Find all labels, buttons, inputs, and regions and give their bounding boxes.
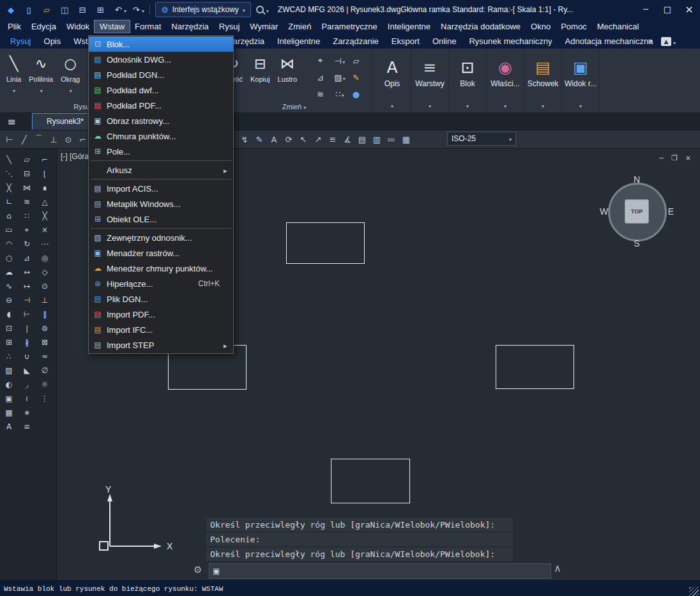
ribbon-button[interactable]: ⊟ Kopiuj (247, 50, 274, 84)
ribbon-panel[interactable]: A Opis (374, 49, 411, 112)
modify-tool-button[interactable]: ⌖ (19, 223, 34, 236)
draw-tool-button[interactable]: ∴ (1, 349, 17, 363)
menu-item[interactable]: ☁ Menedżer chmury punktów... (89, 261, 233, 276)
menu-item[interactable]: ▤ Podkład dwf... (89, 82, 233, 98)
draw-tool-button[interactable]: ▣ (1, 392, 17, 405)
close-button[interactable]: × (685, 154, 691, 162)
close-button[interactable]: × (678, 0, 700, 19)
menu-item[interactable]: ▤ Import STEP (89, 337, 233, 353)
small-tool-button[interactable]: ⊣ (331, 52, 349, 69)
draw-tool-button[interactable]: ☁ (1, 265, 17, 279)
compass-top-face[interactable]: TOP (625, 199, 649, 224)
rectangle-entity[interactable] (286, 222, 365, 264)
quick-access-button[interactable]: ↷ (129, 3, 146, 17)
draw-tool-button[interactable]: ▦ (1, 406, 17, 419)
draw-tool-button[interactable]: A (1, 420, 17, 433)
modify-tool-button[interactable]: ∦ (19, 335, 34, 349)
view-compass[interactable]: N S W E TOP (601, 176, 673, 247)
draw-tool-button[interactable]: ○ (1, 251, 17, 264)
draw-tool-button[interactable]: ∟ (1, 195, 17, 208)
ribbon-tab[interactable]: Adnotacja mechaniczna (559, 34, 660, 48)
dimension-style-dropdown[interactable]: ISO-25 (447, 132, 516, 146)
osnap-tool-button[interactable]: ╳ (37, 209, 52, 222)
osnap-tool-button[interactable]: × (37, 223, 52, 236)
menu-item[interactable]: ▤ Import ACIS... (89, 181, 233, 196)
ribbon-tab[interactable]: Online (426, 34, 463, 48)
dimension-tool-button[interactable]: ⊙ (61, 132, 75, 146)
menubar-item[interactable]: Plik (3, 20, 26, 33)
menubar-item[interactable]: Wstaw (95, 20, 130, 33)
ribbon-panel[interactable]: ◉ Właści... (487, 49, 524, 112)
draw-tool-button[interactable]: ◐ (1, 378, 17, 391)
ribbon-tab[interactable]: Rysunek mechaniczny (462, 34, 558, 48)
ribbon-display-toggle[interactable]: ▲ (661, 36, 676, 47)
small-tool-button[interactable]: ● (349, 86, 367, 102)
minimize-button[interactable]: ─ (635, 0, 657, 19)
menu-item[interactable]: ▤ Podkład PDF... (89, 98, 233, 113)
osnap-tool-button[interactable]: ≈ (37, 349, 52, 363)
quick-access-button[interactable]: ◆ (4, 3, 21, 17)
rectangle-entity[interactable] (496, 345, 574, 389)
menubar-item[interactable]: Inteligentne (383, 20, 436, 33)
panel-label[interactable]: Zmień (217, 103, 371, 111)
modify-tool-button[interactable]: ↦ (19, 279, 34, 293)
menu-item[interactable]: ▤ Odnośnik DWG... (89, 52, 233, 67)
modify-tool-button[interactable]: ≌ (19, 420, 34, 433)
modify-tool-button[interactable]: ◣ (19, 363, 34, 377)
osnap-tool-button[interactable]: ⋯ (37, 237, 52, 250)
menubar-item[interactable]: Mechanical (592, 20, 644, 33)
draw-tool-button[interactable]: ◖ (1, 307, 17, 321)
modify-tool-button[interactable]: ⊟ (19, 167, 34, 180)
draw-tool-button[interactable]: ⊞ (1, 335, 17, 349)
osnap-tool-button[interactable]: ☼ (37, 378, 52, 391)
dimension-tool-button[interactable]: ⟳ (282, 132, 296, 146)
dimension-tool-button[interactable]: ∡ (340, 132, 354, 146)
osnap-tool-button[interactable]: ⌐ (37, 153, 52, 166)
osnap-tool-button[interactable]: ⋮ (37, 392, 52, 405)
dimension-tool-button[interactable]: ▤ (355, 132, 369, 146)
draw-tool-button[interactable]: ╲ (1, 153, 17, 166)
draw-tool-button[interactable]: ∿ (1, 279, 17, 293)
menu-item[interactable]: Arkusz (89, 162, 233, 178)
quick-access-button[interactable]: ◫ (57, 3, 75, 17)
menubar-item[interactable]: Okno (526, 20, 556, 33)
osnap-tool-button[interactable]: ⊥ (37, 293, 52, 307)
modify-tool-button[interactable]: ∷ (19, 209, 34, 222)
draw-tool-button[interactable]: ⊡ (1, 321, 17, 335)
menu-item[interactable]: ▤ Plik DGN... (89, 291, 233, 307)
compass-east[interactable]: E (668, 206, 674, 217)
dimension-tool-button[interactable]: ╱ (17, 132, 31, 146)
osnap-tool-button[interactable]: ⊚ (37, 321, 52, 335)
menubar-item[interactable]: Wymiar (245, 20, 283, 33)
menubar-item[interactable]: Format (130, 20, 166, 33)
dimension-tool-button[interactable]: ▦ (399, 132, 413, 146)
ribbon-panel[interactable]: ⊡ Blok (449, 49, 487, 112)
ribbon-button[interactable]: ╲ Linia (3, 50, 25, 96)
small-tool-button[interactable]: ⌖ (313, 52, 331, 69)
dimension-tool-button[interactable]: ≌ (326, 132, 340, 146)
search-button[interactable] (256, 4, 269, 15)
modify-tool-button[interactable]: ↻ (19, 237, 34, 250)
small-tool-button[interactable]: ≋ (313, 86, 331, 102)
rectangle-entity[interactable] (331, 459, 410, 503)
osnap-tool-button[interactable]: ∎ (37, 181, 52, 194)
draw-tool-button[interactable]: ⊖ (1, 293, 17, 307)
minimize-button[interactable]: ─ (659, 154, 664, 162)
ribbon-tab[interactable]: Opis (38, 34, 68, 48)
ribbon-panel[interactable]: ≡ Warstwy (411, 49, 449, 112)
compass-north[interactable]: N (634, 174, 640, 185)
command-settings-gear-icon[interactable]: ⚙ (194, 564, 202, 576)
menubar-item[interactable]: Rysuj (214, 20, 245, 33)
menu-item[interactable]: ⊞ Obiekt OLE... (89, 211, 233, 227)
menubar-item[interactable]: Zmień (283, 20, 316, 33)
modify-tool-button[interactable]: ≋ (19, 195, 34, 208)
restore-button[interactable]: ❐ (671, 154, 678, 162)
command-input[interactable] (223, 566, 547, 577)
menu-item[interactable]: ▤ Podkład DGN... (89, 67, 233, 82)
modify-tool-button[interactable]: ⋈ (19, 181, 34, 194)
small-tool-button[interactable]: ✎ (349, 69, 367, 86)
modify-tool-button[interactable]: ⊢ (19, 307, 34, 321)
menu-item[interactable]: ▤ Metaplik Windows... (89, 196, 233, 211)
menu-item[interactable]: ▤ Import IFC... (89, 322, 233, 337)
command-expand-chevron-icon[interactable]: ∧ (554, 562, 561, 574)
